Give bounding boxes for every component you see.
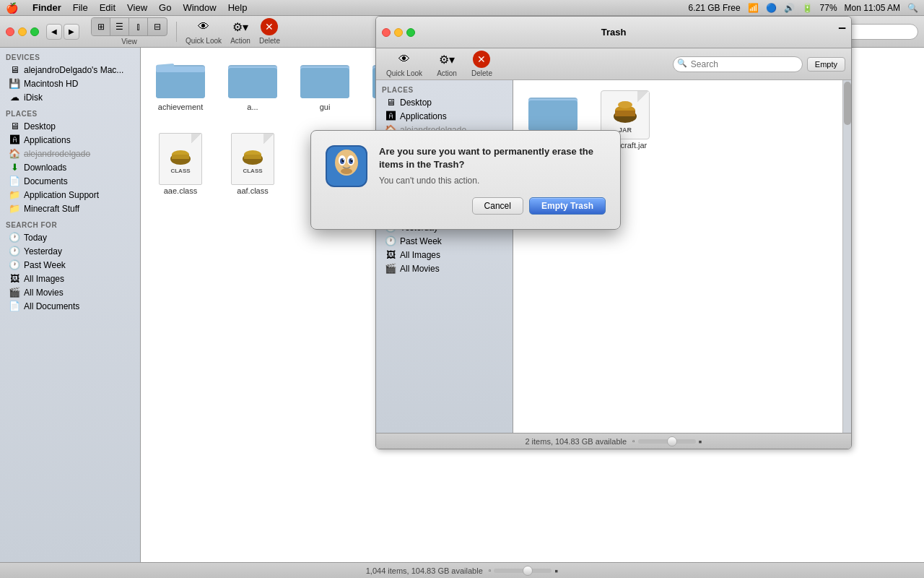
menubar: 🍎 Finder File Edit View Go Window Help 6…: [0, 0, 924, 16]
docs-icon: 📄: [9, 176, 20, 186]
trash-search-pastweek[interactable]: 🕐 Past Week: [379, 234, 510, 248]
all-docs-icon: 📄: [9, 301, 20, 311]
t-pw-icon: 🕐: [385, 236, 396, 246]
menu-edit[interactable]: Edit: [94, 0, 121, 15]
quick-look-toolbar-btn[interactable]: 👁 Quick Look: [181, 17, 226, 46]
sidebar-item-applications[interactable]: 🅰 Applications: [3, 133, 137, 147]
hd-icon: 💾: [9, 78, 20, 89]
trash-places-heading: PLACES: [376, 83, 513, 95]
sidebar-item-idisk[interactable]: ☁ iDisk: [3, 90, 137, 104]
delete-icon: ✕: [261, 18, 278, 35]
traffic-lights: [6, 27, 39, 36]
list-view-btn[interactable]: ☰: [110, 18, 129, 35]
trash-status: 2 items, 104.83 GB available ▫ ▪: [376, 433, 851, 449]
zoom-slider[interactable]: ▫ ▪: [489, 565, 559, 577]
cancel-button[interactable]: Cancel: [472, 197, 523, 215]
sidebar-item-desktop[interactable]: 🖥 Desktop: [3, 119, 137, 133]
action-toolbar-btn[interactable]: ⚙▾ Action: [226, 17, 255, 46]
view-button[interactable]: ⊞ ☰ ⫿ ⊟ View: [87, 16, 172, 47]
menu-finder[interactable]: Finder: [27, 0, 67, 15]
trash-action-btn[interactable]: ⚙▾ Action: [432, 49, 461, 79]
trash-max-btn[interactable]: [406, 28, 415, 37]
menu-help[interactable]: Help: [222, 0, 253, 15]
maximize-button[interactable]: [30, 27, 39, 36]
t-zoom-min: ▫: [632, 437, 635, 445]
minecraft-folder-icon: 📁: [9, 203, 20, 214]
eye-icon: 👁: [195, 18, 212, 35]
sidebar-item-app-support[interactable]: 📁 Application Support: [3, 188, 137, 202]
sidebar-today[interactable]: 🕐 Today: [3, 230, 137, 244]
file-item-a[interactable]: a...: [220, 55, 285, 123]
file-item-aaf[interactable]: CLASS aaf.class: [220, 130, 285, 198]
minimize-button[interactable]: [18, 27, 27, 36]
devices-section: DEVICES 🖥 alejandroDelgado's Mac... 💾 Ma…: [0, 51, 140, 104]
desktop-icon: 🖥: [9, 121, 20, 131]
search-menubar-icon[interactable]: 🔍: [907, 3, 918, 13]
sidebar-pastweek[interactable]: 🕐 Past Week: [3, 258, 137, 272]
menu-view[interactable]: View: [121, 0, 153, 15]
coverflow-btn[interactable]: ⊟: [148, 18, 167, 35]
trash-titlebar: Trash ▔: [376, 17, 851, 48]
t-apps-icon: 🅰: [385, 111, 396, 121]
trash-search-movies[interactable]: 🎬 All Movies: [379, 262, 510, 275]
sidebar-yesterday[interactable]: 🕐 Yesterday: [3, 244, 137, 258]
t-zoom-thumb[interactable]: [667, 436, 677, 447]
t-zoom-track[interactable]: [638, 439, 696, 444]
idisk-label: iDisk: [24, 92, 43, 103]
menu-file[interactable]: File: [67, 0, 94, 15]
trash-close-btn[interactable]: [382, 28, 391, 37]
trash-collapse-btn[interactable]: ▔: [839, 27, 845, 38]
sidebar-allmovies[interactable]: 🎬 All Movies: [3, 285, 137, 299]
svg-rect-33: [172, 155, 189, 159]
computer-icon: 🖥: [9, 64, 20, 75]
menu-window[interactable]: Window: [177, 0, 222, 15]
disk-info: 6.21 GB Free: [689, 3, 741, 13]
sidebar-item-macintosh[interactable]: 💾 Macintosh HD: [3, 77, 137, 90]
sidebar-allimages[interactable]: 🖼 All Images: [3, 272, 137, 285]
empty-trash-button[interactable]: Empty Trash: [529, 197, 606, 215]
t-zoom-max: ▪: [699, 436, 702, 447]
places-section: PLACES 🖥 Desktop 🅰 Applications 🏠 alejan…: [0, 107, 140, 215]
trash-search-input[interactable]: [673, 56, 803, 72]
images-icon: 🖼: [9, 273, 20, 284]
sidebar-item-downloads[interactable]: ⬇ Downloads: [3, 160, 137, 174]
trash-sidebar-desktop[interactable]: 🖥 Desktop: [379, 95, 510, 109]
forward-button[interactable]: ▶: [64, 24, 79, 40]
empty-button[interactable]: Empty: [807, 57, 845, 72]
file-name: aae.class: [164, 186, 197, 195]
sidebar-alldocs[interactable]: 📄 All Documents: [3, 299, 137, 313]
clock-icon: 🕐: [9, 232, 20, 243]
trash-sidebar-apps[interactable]: 🅰 Applications: [379, 109, 510, 123]
file-item-achievement[interactable]: achievement: [148, 55, 213, 123]
apple-menu[interactable]: 🍎: [6, 2, 18, 14]
column-view-btn[interactable]: ⫿: [129, 18, 148, 35]
svg-rect-36: [244, 155, 261, 159]
sidebar-item-home[interactable]: 🏠 alejandrodelgado: [3, 147, 137, 160]
back-button[interactable]: ◀: [46, 24, 62, 40]
trash-delete-btn[interactable]: ✕ Delete: [467, 49, 497, 79]
status-bar: 1,044 items, 104.83 GB available ▫ ▪: [0, 562, 924, 578]
sidebar-item-documents[interactable]: 📄 Documents: [3, 174, 137, 188]
menu-go[interactable]: Go: [153, 0, 177, 15]
sidebar-item-mac[interactable]: 🖥 alejandroDelgado's Mac...: [3, 63, 137, 77]
zoom-thumb[interactable]: [523, 566, 533, 576]
trash-search-images[interactable]: 🖼 All Images: [379, 248, 510, 262]
trash-quicklook-btn[interactable]: 👁 Quick Look: [382, 49, 427, 79]
gear-icon: ⚙▾: [232, 18, 249, 35]
file-item-aae[interactable]: CLASS aae.class: [148, 130, 213, 198]
view-icon-btn[interactable]: ⊞: [92, 18, 110, 35]
trash-min-btn[interactable]: [394, 28, 403, 37]
file-name: a...: [247, 103, 258, 111]
trash-delete-icon: ✕: [473, 51, 490, 68]
t-mov-icon: 🎬: [385, 263, 396, 274]
clock: Mon 11:05 AM: [845, 3, 900, 13]
sidebar-item-minecraft-stuff[interactable]: 📁 Minecraft Stuff: [3, 202, 137, 215]
zoom-track[interactable]: [494, 569, 552, 573]
trash-zoom-slider[interactable]: ▫ ▪: [632, 436, 702, 447]
finder-mascot-icon: [326, 145, 367, 187]
file-item-gui[interactable]: gui: [292, 55, 357, 123]
close-button[interactable]: [6, 27, 14, 36]
svg-rect-39: [528, 100, 578, 131]
dialog-subtitle: You can't undo this action.: [379, 176, 606, 186]
delete-toolbar-btn[interactable]: ✕ Delete: [255, 17, 284, 46]
